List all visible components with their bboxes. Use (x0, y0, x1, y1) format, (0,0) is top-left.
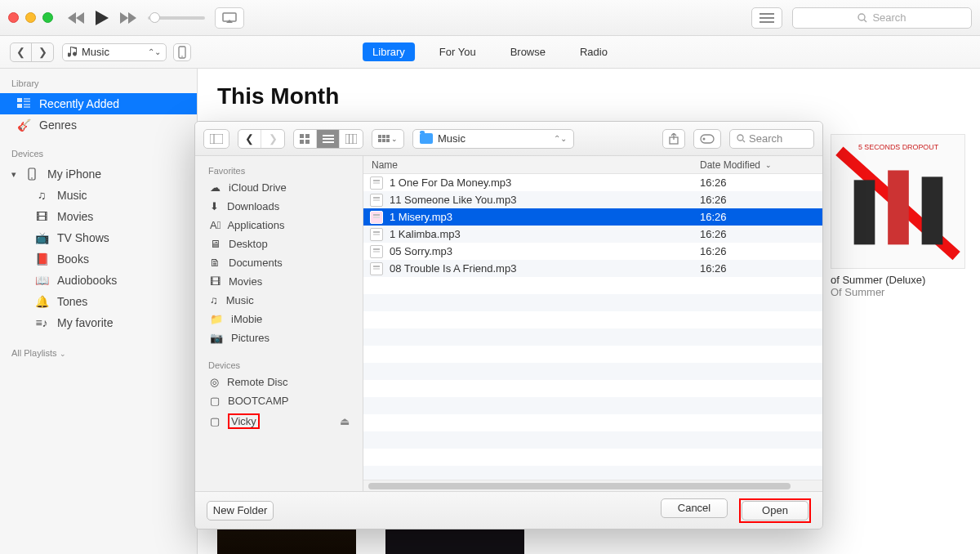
file-row-empty (363, 414, 822, 431)
cancel-button[interactable]: Cancel (661, 498, 728, 518)
sidebar-device-favorite[interactable]: ≡♪My favorite (0, 312, 197, 333)
disclosure-triangle-icon[interactable]: ▾ (11, 169, 16, 180)
nav-forward-button[interactable]: ❯ (261, 130, 284, 148)
nav-back-button[interactable]: ❮ (11, 43, 32, 61)
music-note-icon: ♫ (34, 189, 49, 202)
disk-icon: ▢ (210, 415, 220, 427)
file-modified: 16:26 (700, 245, 822, 257)
file-row[interactable]: 08 Trouble Is A Friend.mp3 16:26 (363, 260, 822, 277)
phone-icon (24, 168, 39, 181)
svg-rect-25 (305, 134, 310, 138)
file-row-empty (363, 328, 822, 346)
sidebar-toggle-button[interactable] (203, 129, 229, 149)
path-selector[interactable]: Music ⌃⌄ (412, 129, 574, 149)
share-button[interactable] (662, 129, 685, 149)
tags-button[interactable] (693, 129, 721, 149)
sidebar-device-books[interactable]: 📕Books (0, 248, 197, 270)
folder-icon (420, 133, 433, 144)
sidebar-item-documents[interactable]: 🗎Documents (195, 253, 363, 272)
view-icon-button[interactable] (294, 130, 317, 148)
grid-icon (300, 134, 311, 144)
file-row-empty (363, 466, 822, 480)
column-date-modified[interactable]: Date Modified⌄ (700, 159, 822, 171)
search-icon (737, 134, 746, 143)
group-by-button[interactable]: ⌄ (372, 129, 404, 149)
phone-icon (178, 46, 186, 59)
sidebar-device-tv[interactable]: 📺TV Shows (0, 227, 197, 248)
tab-browse[interactable]: Browse (501, 42, 555, 61)
app-search-field[interactable]: Search (792, 7, 972, 29)
nav-back-button[interactable]: ❮ (238, 130, 261, 148)
sidebar-device-iphone[interactable]: ▾ My iPhone (0, 163, 197, 185)
sidebar-item-vicky[interactable]: ▢Vicky⏏ (195, 410, 363, 432)
tab-for-you[interactable]: For You (430, 42, 486, 61)
airplay-button[interactable] (215, 7, 244, 29)
next-track-icon[interactable] (120, 12, 136, 24)
music-note-icon (68, 47, 78, 58)
album-item-right[interactable]: 5 SECONDS DROPOUT of Summer (Deluxe) Of … (831, 134, 965, 298)
file-row[interactable]: 1 Misery.mp3 16:26 (363, 208, 822, 226)
horizontal-scrollbar[interactable] (363, 480, 822, 491)
dialog-sidebar: Favorites ☁︎iCloud Drive ⬇︎Downloads A⃞A… (195, 156, 363, 491)
media-selector[interactable]: Music ⌃⌄ (62, 43, 167, 61)
sidebar-item-bootcamp[interactable]: ▢BOOTCAMP (195, 391, 363, 410)
file-name: 11 Someone Like You.mp3 (390, 194, 700, 206)
prev-track-icon[interactable] (68, 12, 84, 24)
file-row[interactable]: 05 Sorry.mp3 16:26 (363, 243, 822, 260)
view-list-button[interactable] (317, 130, 340, 148)
window-close-icon[interactable] (8, 12, 19, 23)
page-title: This Month (217, 83, 960, 109)
album-cover: 5 SECONDS DROPOUT (831, 134, 965, 269)
play-icon[interactable] (96, 11, 109, 25)
nav-forward-button[interactable]: ❯ (32, 43, 53, 61)
sidebar-item-downloads[interactable]: ⬇︎Downloads (195, 197, 363, 216)
documents-icon: 🗎 (210, 257, 220, 269)
dialog-search-field[interactable]: Search (729, 129, 814, 149)
sidebar-item-label: Recently Added (39, 97, 119, 110)
airplay-icon (222, 12, 237, 24)
sidebar-device-movies[interactable]: 🎞Movies (0, 206, 197, 227)
device-button[interactable] (173, 43, 191, 61)
open-button[interactable]: Open (742, 501, 808, 520)
file-open-dialog: ❮ ❯ ⌄ Music ⌃⌄ Search Favorites ☁︎iCloud… (194, 121, 823, 529)
sidebar-all-playlists[interactable]: All Playlists ⌄ (0, 343, 197, 363)
sidebar-item-recently-added[interactable]: Recently Added (0, 93, 197, 114)
list-view-button[interactable] (751, 7, 782, 29)
sidebar-item-pictures[interactable]: 📷Pictures (195, 328, 363, 347)
svg-rect-34 (378, 135, 381, 138)
sidebar-device-audiobooks[interactable]: 📖Audiobooks (0, 270, 197, 291)
sidebar-item-imobie[interactable]: 📁iMobie (195, 310, 363, 328)
window-zoom-icon[interactable] (42, 12, 53, 23)
grid-icon (16, 98, 31, 109)
tab-radio[interactable]: Radio (570, 42, 617, 61)
app-icon: A⃞ (210, 219, 219, 231)
file-row[interactable]: 1 Kalimba.mp3 16:26 (363, 226, 822, 243)
sidebar-device-music[interactable]: ♫Music (0, 185, 197, 206)
svg-rect-8 (17, 98, 22, 102)
new-folder-button[interactable]: New Folder (207, 501, 274, 520)
sidebar-item-desktop[interactable]: 🖥Desktop (195, 235, 363, 253)
file-row[interactable]: 11 Someone Like You.mp3 16:26 (363, 191, 822, 208)
file-row[interactable]: 1 One For Da Money.mp3 16:26 (363, 174, 822, 191)
sidebar-device-tones[interactable]: 🔔Tones (0, 291, 197, 312)
svg-point-43 (737, 135, 743, 141)
tab-library[interactable]: Library (363, 42, 415, 61)
sidebar-item-movies[interactable]: 🎞Movies (195, 272, 363, 291)
volume-slider[interactable] (148, 16, 205, 20)
file-name: 1 Kalimba.mp3 (390, 228, 700, 240)
file-row-empty (363, 294, 822, 311)
sidebar-item-applications[interactable]: A⃞Applications (195, 216, 363, 235)
view-columns-button[interactable] (340, 130, 363, 148)
cloud-icon: ☁︎ (210, 181, 220, 194)
search-icon (858, 13, 867, 23)
sidebar-item-icloud[interactable]: ☁︎iCloud Drive (195, 178, 363, 197)
sidebar-item-remote-disc[interactable]: ◎Remote Disc (195, 373, 363, 391)
eject-icon[interactable]: ⏏ (340, 415, 350, 427)
column-name[interactable]: Name (363, 159, 700, 171)
svg-rect-1 (760, 13, 774, 15)
sidebar-item-music[interactable]: ♫Music (195, 291, 363, 310)
window-minimize-icon[interactable] (25, 12, 36, 23)
devices-header: Devices (195, 355, 363, 373)
audiobook-icon: 📖 (34, 274, 49, 287)
sidebar-item-genres[interactable]: 🎸 Genres (0, 114, 197, 136)
